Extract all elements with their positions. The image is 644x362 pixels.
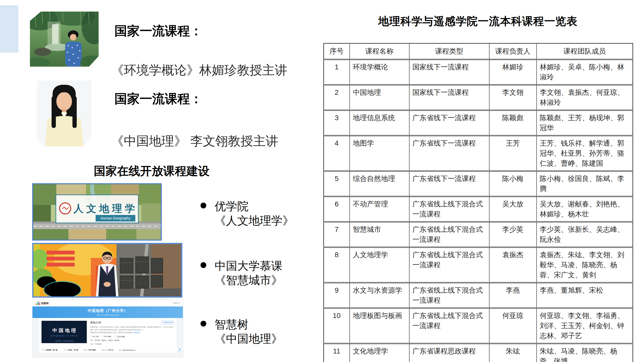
national-course-line-2: 《中国地理》 李文翎教授主讲 [111,133,278,150]
online-course-heading: 国家在线开放课程建设 [94,163,210,179]
thumbnail-subtitle: Geography of China [51,335,78,337]
bullet-course: 《中国地理》 [215,332,283,345]
course-info-panel: 课程介绍 申请学校开课 中国地理是一门以中国为特定区域，并以这一区域的人地关系地… [90,321,174,345]
table-row: 2 中国地理 国家线下一流课程 李文翎 李文翎、袁振杰、何亚琼、林淑玲 [324,85,633,110]
zhihuishu-brand: 智慧树 [41,301,49,305]
webpage-course-category: 理学 (07)/地理科学类 (0705) [97,314,119,316]
webpage-course-card: 中国地理 Geography of China 中国地理是一门以中国为特定区域 … [39,318,177,347]
photo-lin-meizhen [30,12,99,67]
book-isbn-field: ISBN978.7.03.072114.3 [118,349,135,351]
chat-icon [114,336,116,337]
hours-stat: 学时29.0 [102,336,111,338]
topbar-right-text: 在线学习 [173,302,180,304]
webpage-course-banner: 中国地理（广州大学） 理学 (07)/地理科学类 (0705) [32,306,183,318]
book-title-field: 书名中国地理（第三版） [42,349,59,351]
photo-li-wenling [37,81,91,146]
table-row: 6 不动产管理 广东省线上线下混合式一流课程 吴大放 吴大放、谢献春、刘艳艳、林… [324,197,633,222]
credit-icon [90,336,92,337]
list-item-youxueyuan: 优学院 《人文地理学》 [200,199,321,228]
table-header-row: 序号 课程名称 课程类型 课程负责人 课程团队成员 [324,43,633,60]
table-row: 10 地理板图与板画 广东省线上线下混合式一流课程 何亚琼 何亚琼、李文翎、李福… [324,308,633,344]
table-row: 1 环境学概论 国家线下一流课程 林媚珍 林媚珍、吴卓、陈小梅、林淑玲 [324,60,633,85]
learn-more-badge: 了解更多 [177,346,183,352]
credit-stat: 学分2.0 [90,336,99,338]
table-row: 5 综合自然地理 广东省线下一流课程 陈小梅 陈小梅、徐国良、陈斌、李腾 [324,171,633,197]
apply-course-button: 申请学校开课 [162,321,174,324]
table-row: 7 智慧城市 广东省线上线下混合式一流课程 李少英 李少英、张新长、吴志峰、阮永… [324,222,633,247]
course-stats-row: 学分2.0 学时29.0 见面课4次 [90,336,174,338]
course-video-thumbnail: 中国地理 Geography of China 中国地理是一门以中国为特定区域 [42,321,87,343]
thumbnail-title: 中国地理 [51,327,77,334]
thumbnail-caption: 中国地理是一门以中国为特定区域 [42,340,87,342]
course-intro-text: 中国地理是一门以中国为特定区域，并以这一区域的人地关系地域系统作为研究对象，通过… [90,326,174,331]
list-item-zhihuishu: 智慧树 《中国地理》 [200,317,321,346]
book-author-field: 作者吕拉昌、李文翎 [64,349,78,351]
school-row: 学校广州大学 [90,343,174,345]
book-publisher-field: 出版社科学出版社 [83,349,96,351]
meeting-stat: 见面课4次 [114,336,125,338]
course-table: 序号 课程名称 课程类型 课程负责人 课程团队成员 1 环境学概论 国家线下一流… [323,43,633,362]
textbook-info-row: 书名中国地理（第三版） 作者吕拉昌、李文翎 出版社科学出版社 出版月份2022.… [39,347,177,353]
human-geography-banner-screenshot: 人 文 地 理 学 Human Geography [32,183,162,241]
bullet-platform: 优学院 [215,200,249,213]
zhihuishu-webpage-screenshot: 智慧树 在线学习 中国地理（广州大学） 理学 (07)/地理科学类 (0705)… [32,300,183,357]
header-course-team: 课程团队成员 [537,43,633,60]
bullet-platform: 中国大学慕课 [215,259,283,272]
webpage-course-title: 中国地理（广州大学） [88,308,128,313]
table-row: 11 文化地理学 广东省课程思政课程 朱竑 朱竑、马凌、陈晓亮、杨蓉、张博 [324,344,633,362]
national-course-line-1: 《环境学概论》林媚珍教授主讲 [111,62,287,79]
see-more-link: 查看更多 > [134,332,141,334]
smart-city-video-screenshot [32,243,182,298]
table-row: 3 地理信息系统 广东省线下一流课程 陈颖彪 陈颖彪、王芳、杨现坤、郭冠华 [324,110,633,136]
studio-portrait-illustration [37,81,91,146]
header-course-leader: 课程负责人 [489,43,537,60]
bullet-course: 《智慧城市》 [215,274,283,287]
corner-decoration [0,5,18,53]
banner-title: 人 文 地 理 学 [73,203,135,214]
book-date-field: 出版月份2022.04 [101,349,113,351]
teachers-row: 教师李文翎、袁振杰、何亚琼、林淑玲 [90,339,174,342]
outdoor-portrait-illustration [30,12,99,67]
bullet-icon [200,321,206,327]
national-course-heading-1: 国家一流课程： [114,23,203,39]
webpage-topbar: 智慧树 在线学习 [32,300,183,306]
slide-canvas: 国家一流课程： 《环境学概论》林媚珍教授主讲 国家一流课程： 《中国地理》 李文… [0,0,644,362]
national-course-heading-2: 国家一流课程： [114,90,203,107]
course-intro-text-2: 中国地理以“讲好中国地理的故事”为宗旨，帮助学生丰富掌握知识 [90,332,133,334]
table-row: 4 地图学 广东省线下一流课程 王芳 王芳、钱乐祥、解学通、郭冠华、杜亚男、孙芳… [324,136,633,171]
clock-icon [102,336,104,337]
bullet-course: 《人文地理学》 [215,214,294,227]
list-item-mooc: 中国大学慕课 《智慧城市》 [200,259,321,287]
table-row: 9 水文与水资源学 广东省线上线下混合式一流课程 李燕 李燕、董旭辉、宋松 [324,283,633,308]
bullet-icon [200,262,206,268]
header-course-type: 课程类型 [409,43,489,60]
table-title: 地理科学与遥感学院一流本科课程一览表 [323,14,632,29]
bullet-icon [200,203,206,208]
header-course-name: 课程名称 [350,43,409,60]
zhihuishu-logo-icon [35,301,40,305]
banner-subtitle: Human Geography [101,216,130,220]
bullet-platform: 智慧树 [215,318,249,331]
table-row: 8 人文地理学 广东省线上线下混合式一流课程 袁振杰 袁振杰、朱竑、李文翎、刘毅… [324,247,633,283]
header-no: 序号 [324,43,350,60]
webpage-content: 智慧树 在线学习 中国地理（广州大学） 理学 (07)/地理科学类 (0705)… [32,300,183,357]
